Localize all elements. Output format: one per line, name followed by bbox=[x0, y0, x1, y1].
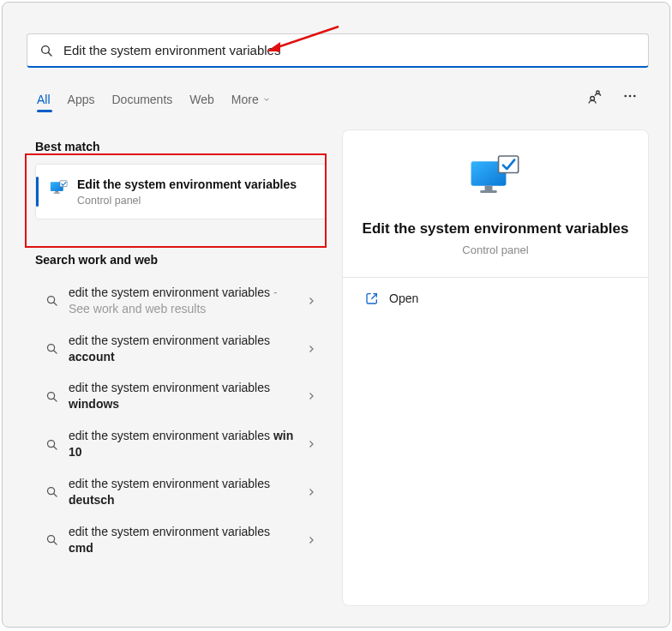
best-match-subtitle: Control panel bbox=[77, 195, 315, 207]
svg-line-13 bbox=[54, 303, 57, 305]
monitor-check-icon bbox=[50, 178, 69, 197]
svg-rect-10 bbox=[54, 193, 60, 194]
tab-more-label: More bbox=[231, 93, 259, 106]
svg-line-21 bbox=[54, 494, 57, 496]
best-match-result[interactable]: Edit the system environment variables Co… bbox=[35, 164, 327, 219]
suggestion-item[interactable]: edit the system environment variables ac… bbox=[35, 325, 327, 373]
svg-line-19 bbox=[54, 446, 57, 448]
suggestion-text: edit the system environment variables de… bbox=[69, 476, 296, 508]
tab-more[interactable]: More bbox=[231, 93, 271, 106]
suggestion-text: edit the system environment variables cm… bbox=[69, 524, 296, 556]
results-left-column: Best match Edit the system environment v… bbox=[35, 140, 327, 564]
tab-web[interactable]: Web bbox=[189, 93, 214, 106]
detail-pane: Edit the system environment variables Co… bbox=[342, 129, 649, 606]
svg-rect-11 bbox=[60, 181, 67, 187]
detail-subtitle: Control panel bbox=[362, 243, 629, 256]
suggestion-item[interactable]: edit the system environment variables de… bbox=[35, 468, 327, 516]
suggestion-list: edit the system environment variables - … bbox=[35, 277, 327, 564]
chevron-right-icon bbox=[306, 439, 316, 449]
suggestion-item[interactable]: edit the system environment variables wi… bbox=[35, 372, 327, 420]
suggestion-text: edit the system environment variables ac… bbox=[69, 333, 296, 365]
svg-rect-26 bbox=[480, 190, 497, 193]
open-action[interactable]: Open bbox=[362, 278, 629, 319]
svg-line-17 bbox=[54, 399, 57, 401]
search-panel: All Apps Documents Web More Best match bbox=[2, 2, 670, 628]
suggestion-item[interactable]: edit the system environment variables - … bbox=[35, 277, 327, 325]
tab-all[interactable]: All bbox=[37, 93, 51, 106]
chevron-down-icon bbox=[262, 95, 271, 104]
chevron-right-icon bbox=[306, 391, 316, 401]
suggestion-text: edit the system environment variables wi… bbox=[69, 428, 296, 460]
chevron-right-icon bbox=[306, 296, 316, 306]
filter-tabs: All Apps Documents Web More bbox=[37, 87, 644, 111]
toolbar-right bbox=[585, 87, 639, 105]
search-bar[interactable] bbox=[27, 33, 649, 68]
svg-rect-25 bbox=[485, 186, 493, 190]
suggestion-text: edit the system environment variables wi… bbox=[69, 380, 296, 412]
tab-active-indicator bbox=[37, 110, 52, 112]
svg-point-5 bbox=[629, 95, 632, 98]
tab-documents[interactable]: Documents bbox=[111, 93, 172, 106]
svg-line-1 bbox=[48, 52, 51, 56]
search-icon bbox=[45, 485, 58, 498]
search-input[interactable] bbox=[63, 43, 636, 57]
best-match-title: Edit the system environment variables bbox=[77, 177, 315, 193]
svg-line-15 bbox=[54, 351, 57, 353]
detail-title: Edit the system environment variables bbox=[362, 219, 629, 238]
search-work-web-heading: Search work and web bbox=[35, 253, 327, 267]
best-match-text: Edit the system environment variables Co… bbox=[77, 177, 315, 207]
svg-rect-27 bbox=[499, 156, 519, 173]
open-label: Open bbox=[389, 291, 418, 305]
search-icon bbox=[45, 438, 58, 451]
search-icon bbox=[45, 533, 58, 546]
svg-point-6 bbox=[633, 95, 636, 98]
suggestion-item[interactable]: edit the system environment variables wi… bbox=[35, 420, 327, 468]
suggestion-item[interactable]: edit the system environment variables cm… bbox=[35, 516, 327, 564]
svg-line-23 bbox=[54, 542, 57, 544]
search-icon bbox=[45, 390, 58, 403]
tab-apps[interactable]: Apps bbox=[68, 93, 95, 106]
open-external-icon bbox=[365, 291, 379, 305]
search-icon bbox=[45, 342, 58, 355]
suggestion-text: edit the system environment variables - … bbox=[69, 285, 296, 317]
svg-point-2 bbox=[590, 96, 594, 100]
search-icon bbox=[39, 44, 53, 57]
svg-point-4 bbox=[624, 95, 627, 98]
more-options-icon[interactable] bbox=[621, 87, 639, 105]
svg-line-28 bbox=[371, 294, 376, 299]
best-match-heading: Best match bbox=[35, 140, 327, 153]
account-sync-icon[interactable] bbox=[585, 87, 603, 105]
chevron-right-icon bbox=[306, 535, 316, 545]
svg-rect-9 bbox=[55, 191, 58, 193]
search-icon bbox=[45, 294, 58, 307]
monitor-check-icon bbox=[468, 153, 523, 201]
chevron-right-icon bbox=[306, 487, 316, 497]
chevron-right-icon bbox=[306, 344, 316, 354]
